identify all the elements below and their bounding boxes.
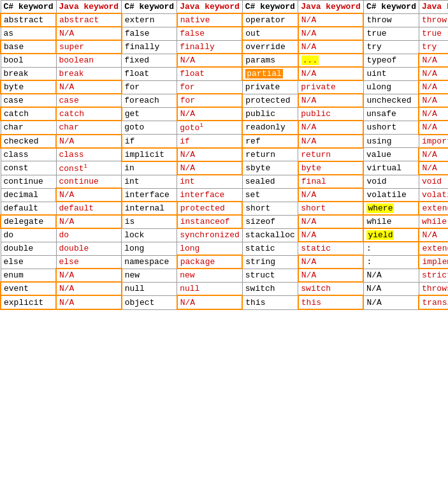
- table-cell: byte: [1, 80, 56, 94]
- table-cell: checked: [1, 135, 56, 148]
- table-cell: const: [1, 161, 56, 175]
- table-cell: struct: [242, 269, 298, 282]
- table-cell: N/A: [298, 135, 364, 148]
- table-cell: N/A: [56, 80, 122, 94]
- table-cell: N/A: [419, 107, 448, 121]
- table-cell: else: [56, 255, 122, 269]
- table-cell: implicit: [122, 148, 177, 161]
- table-cell: while: [363, 215, 419, 228]
- table-cell: N/A: [56, 215, 122, 228]
- table-row: catchcatchgetN/ApublicpublicunsafeN/A: [1, 107, 448, 121]
- table-cell: switch: [298, 282, 364, 295]
- table-cell: :: [363, 255, 419, 269]
- table-cell: catch: [1, 107, 56, 121]
- table-cell: float: [122, 67, 177, 80]
- table-cell: is: [122, 215, 177, 228]
- table-cell: N/A: [298, 215, 364, 228]
- table-cell: new: [177, 269, 243, 282]
- table-cell: this: [242, 295, 298, 309]
- table-cell: sizeof: [242, 215, 298, 228]
- table-cell: break: [1, 67, 56, 80]
- header-java-3: Java keyword: [298, 1, 364, 14]
- header-java-2: Java keyword: [177, 1, 243, 14]
- header-java-1: Java keyword: [56, 1, 122, 14]
- comparison-table: C# keyword Java keyword C# keyword Java …: [0, 0, 448, 310]
- table-cell: abstract: [56, 13, 122, 27]
- table-cell: uint: [363, 67, 419, 80]
- table-row: eventN/AnullnullswitchswitchN/Athrows: [1, 282, 448, 295]
- table-cell: implements: [419, 255, 448, 269]
- table-cell: set: [242, 188, 298, 202]
- table-cell: extern: [122, 13, 177, 27]
- header-cs-4: C# keyword: [363, 1, 419, 14]
- table-cell: :: [363, 242, 419, 255]
- table-cell: sbyte: [242, 161, 298, 175]
- table-cell: false: [122, 27, 177, 40]
- table-cell: super: [56, 40, 122, 54]
- table-cell: goto: [122, 121, 177, 135]
- table-cell: if: [177, 135, 243, 148]
- table-row: dodolocksynchronizedstackallocN/AyieldN/…: [1, 228, 448, 242]
- table-cell: ushort: [363, 121, 419, 135]
- table-cell: object: [122, 295, 177, 309]
- table-row: charchargotogoto1readonlyN/AushortN/A: [1, 121, 448, 135]
- table-row: explicitN/AobjectN/AthisthisN/Atransient…: [1, 295, 448, 309]
- table-cell: N/A: [56, 27, 122, 40]
- table-cell: volatile: [363, 188, 419, 202]
- header-cs-1: C# keyword: [1, 1, 56, 14]
- table-cell: partial: [242, 67, 298, 80]
- table-cell: null: [122, 282, 177, 295]
- table-cell: N/A: [56, 188, 122, 202]
- table-cell: int: [122, 175, 177, 188]
- table-cell: protected: [177, 202, 243, 215]
- table-cell: public: [242, 107, 298, 121]
- table-cell: N/A: [363, 269, 419, 282]
- table-cell: class: [56, 148, 122, 161]
- table-row: defaultdefaultinternalprotectedshortshor…: [1, 202, 448, 215]
- table-cell: N/A: [56, 269, 122, 282]
- table-cell: N/A: [298, 67, 364, 80]
- table-cell: void: [419, 175, 448, 188]
- table-cell: N/A: [177, 148, 243, 161]
- table-cell: short: [242, 202, 298, 215]
- table-cell: N/A: [56, 135, 122, 148]
- table-cell: try: [363, 40, 419, 54]
- table-cell: N/A: [419, 148, 448, 161]
- table-cell: double: [56, 242, 122, 255]
- table-row: constconst1inN/AsbytebytevirtualN/A: [1, 161, 448, 175]
- table-cell: transient2: [419, 295, 448, 309]
- table-cell: N/A: [419, 54, 448, 67]
- table-cell: if: [122, 135, 177, 148]
- table-cell: N/A: [419, 80, 448, 94]
- table-cell: protected: [242, 94, 298, 107]
- table-cell: continue: [1, 175, 56, 188]
- table-cell: namespace: [122, 255, 177, 269]
- table-cell: interface: [177, 188, 243, 202]
- table-cell: string: [242, 255, 298, 269]
- table-cell: do: [1, 228, 56, 242]
- table-cell: for: [177, 80, 243, 94]
- table-cell: continue: [56, 175, 122, 188]
- table-cell: static: [298, 242, 364, 255]
- table-cell: case: [1, 94, 56, 107]
- table-cell: N/A: [419, 161, 448, 175]
- table-row: doubledoublelonglongstaticstatic:extends: [1, 242, 448, 255]
- table-cell: double: [1, 242, 56, 255]
- table-cell: value: [363, 148, 419, 161]
- table-cell: new: [122, 269, 177, 282]
- table-cell: explicit: [1, 295, 56, 309]
- table-cell: as: [1, 27, 56, 40]
- table-cell: N/A: [298, 27, 364, 40]
- table-cell: switch: [242, 282, 298, 295]
- table-row: breakbreakfloatfloatpartialN/AuintN/A: [1, 67, 448, 80]
- table-cell: get: [122, 107, 177, 121]
- table-cell: enum: [1, 269, 56, 282]
- table-cell: default: [56, 202, 122, 215]
- table-row: asN/AfalsefalseoutN/Atruetrue: [1, 27, 448, 40]
- table-cell: long: [122, 242, 177, 255]
- table-cell: throw: [419, 13, 448, 27]
- table-cell: fixed: [122, 54, 177, 67]
- table-cell: interface: [122, 188, 177, 202]
- table-cell: char: [56, 121, 122, 135]
- table-cell: do: [56, 228, 122, 242]
